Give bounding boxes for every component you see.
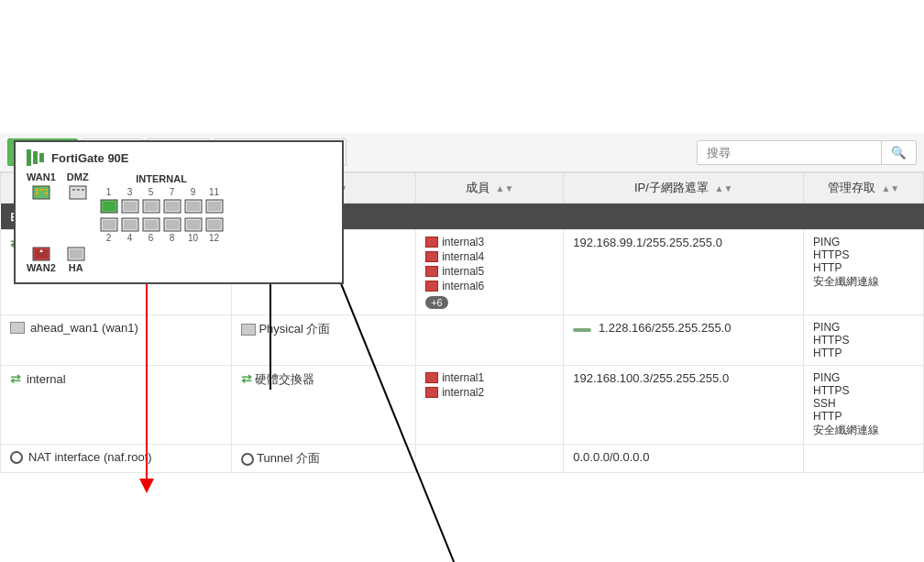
int-port-12[interactable] bbox=[205, 216, 224, 233]
mgmt-http-internal: HTTP bbox=[813, 410, 914, 423]
int-port-11[interactable] bbox=[205, 198, 224, 215]
int-port-9[interactable] bbox=[184, 198, 203, 215]
svg-rect-19 bbox=[187, 202, 200, 211]
member-name-internal2: internal2 bbox=[442, 386, 484, 399]
search-box: 🔍 bbox=[697, 140, 917, 165]
dmz-port-icon[interactable] bbox=[69, 184, 87, 201]
ha-port-icon[interactable] bbox=[67, 246, 85, 262]
row-wan1-members-cell bbox=[416, 315, 564, 366]
port-section: WAN1 DMZ bbox=[27, 171, 331, 244]
mgmt-https-wan1: HTTPS bbox=[813, 334, 914, 347]
svg-rect-6 bbox=[70, 186, 86, 199]
mgmt-https-ahead2: HTTPS bbox=[813, 248, 914, 261]
member-name-internal6: internal6 bbox=[442, 280, 484, 292]
tunnel-icon-nat bbox=[10, 451, 23, 464]
svg-rect-3 bbox=[45, 189, 48, 191]
port-numbers-top: 1 3 5 7 9 11 bbox=[100, 187, 224, 197]
member-name-internal5: internal5 bbox=[442, 265, 484, 278]
mgmt-list-wan1: PING HTTPS HTTP bbox=[813, 321, 914, 359]
dmz-label: DMZ bbox=[67, 171, 89, 182]
col-mgmt-label: 管理存取 bbox=[828, 181, 875, 194]
port-row-bottom bbox=[100, 216, 224, 233]
row-nat-ip-cell: 0.0.0.0/0.0.0.0 bbox=[564, 445, 804, 473]
search-icon: 🔍 bbox=[891, 146, 907, 160]
wan1-label: WAN1 bbox=[27, 171, 56, 182]
col-ip-sort: ▲▼ bbox=[715, 183, 733, 193]
member-internal4: internal4 bbox=[425, 250, 554, 263]
svg-rect-4 bbox=[36, 193, 38, 194]
device-name: FortiGate 90E bbox=[51, 151, 129, 165]
col-ip-label: IP/子網路遮罩 bbox=[634, 181, 709, 194]
int-port-7[interactable] bbox=[163, 198, 182, 215]
row4-type: Tunnel 介面 bbox=[257, 451, 320, 465]
int-port-10[interactable] bbox=[184, 216, 203, 233]
row-nat-type-cell: Tunnel 介面 bbox=[231, 445, 415, 473]
svg-rect-5 bbox=[45, 193, 48, 194]
int-port-1[interactable] bbox=[100, 198, 118, 215]
svg-rect-25 bbox=[124, 220, 137, 229]
mgmt-https-internal: HTTPS bbox=[813, 384, 914, 397]
port-icon-internal3 bbox=[425, 237, 438, 248]
search-input[interactable] bbox=[698, 141, 881, 164]
mgmt-list-ahead2: PING HTTPS HTTP 安全纖網連線 bbox=[813, 236, 914, 290]
port-icon-internal4 bbox=[425, 251, 438, 262]
int-port-2[interactable] bbox=[100, 216, 118, 233]
iface-name-internal: ⇄ internal bbox=[10, 371, 222, 386]
phys-icon-type-wan1 bbox=[241, 324, 256, 336]
port-numbers-bottom: 2 4 6 8 10 12 bbox=[100, 233, 224, 243]
row-ahead2-members-cell: internal3 internal4 internal5 in bbox=[416, 230, 564, 315]
more-badge-ahead2[interactable]: +6 bbox=[425, 294, 554, 309]
search-button[interactable]: 🔍 bbox=[881, 141, 916, 164]
wan1-port-icon[interactable] bbox=[32, 184, 50, 201]
member-name-internal1: internal1 bbox=[442, 371, 484, 384]
internal-label: INTERNAL bbox=[136, 173, 187, 184]
col-header-mgmt[interactable]: 管理存取 ▲▼ bbox=[804, 173, 924, 204]
int-port-4[interactable] bbox=[121, 216, 139, 233]
row-nat-name-cell: NAT interface (naf.root) bbox=[1, 445, 232, 473]
int-port-6[interactable] bbox=[142, 216, 160, 233]
svg-rect-17 bbox=[166, 202, 179, 211]
wan2-port-icon[interactable] bbox=[32, 246, 50, 262]
col-members-sort: ▲▼ bbox=[496, 183, 514, 193]
port-group-internal: INTERNAL 1 3 5 7 9 11 bbox=[100, 171, 224, 244]
svg-rect-23 bbox=[103, 220, 116, 229]
col-header-members[interactable]: 成員 ▲▼ bbox=[416, 173, 564, 204]
mgmt-http-wan1: HTTP bbox=[813, 347, 914, 359]
svg-rect-31 bbox=[187, 220, 200, 229]
ha-label: HA bbox=[69, 262, 83, 273]
svg-rect-7 bbox=[72, 189, 75, 191]
row2-name: ahead_wan1 (wan1) bbox=[30, 321, 138, 335]
col-members-label: 成員 bbox=[466, 181, 490, 194]
svg-rect-11 bbox=[103, 202, 116, 211]
tunnel-icon-type-nat bbox=[241, 453, 254, 466]
svg-rect-21 bbox=[208, 202, 221, 211]
phys-icon-wan1 bbox=[10, 322, 25, 334]
mgmt-ping-internal: PING bbox=[813, 371, 914, 384]
table-row: ⇄ internal ⇄ 硬體交換器 internal1 bbox=[1, 366, 924, 445]
device-header: FortiGate 90E bbox=[27, 149, 331, 166]
table-row: NAT interface (naf.root) Tunnel 介面 0.0.0… bbox=[1, 445, 924, 473]
col-header-ip[interactable]: IP/子網路遮罩 ▲▼ bbox=[564, 173, 804, 204]
port-group-dmz: DMZ bbox=[67, 171, 89, 244]
wan2-label: WAN2 bbox=[27, 262, 56, 273]
iface-name-nat: NAT interface (naf.root) bbox=[10, 450, 222, 464]
int-port-3[interactable] bbox=[121, 198, 139, 215]
port-icon-internal1 bbox=[425, 372, 438, 383]
device-popup: FortiGate 90E WAN1 bbox=[14, 140, 344, 284]
row-nat-mgmt-cell bbox=[804, 445, 924, 473]
svg-rect-9 bbox=[82, 189, 84, 191]
member-internal3: internal3 bbox=[425, 236, 554, 248]
int-port-8[interactable] bbox=[163, 216, 182, 233]
row4-ip: 0.0.0.0/0.0.0.0 bbox=[573, 450, 649, 464]
row-internal-mgmt-cell: PING HTTPS SSH HTTP 安全纖網連線 bbox=[804, 366, 924, 445]
member-name-internal3: internal3 bbox=[442, 236, 484, 248]
row-internal-members-cell: internal1 internal2 bbox=[416, 366, 564, 445]
port-group-wan1: WAN1 bbox=[27, 171, 56, 244]
int-port-5[interactable] bbox=[142, 198, 160, 215]
port-icon-internal6 bbox=[425, 281, 438, 292]
mgmt-ping-wan1: PING bbox=[813, 321, 914, 334]
svg-rect-29 bbox=[166, 220, 179, 229]
mgmt-http-ahead2: HTTP bbox=[813, 261, 914, 274]
row3-ip: 192.168.100.3/255.255.255.0 bbox=[573, 371, 729, 385]
mgmt-ping-ahead2: PING bbox=[813, 236, 914, 248]
